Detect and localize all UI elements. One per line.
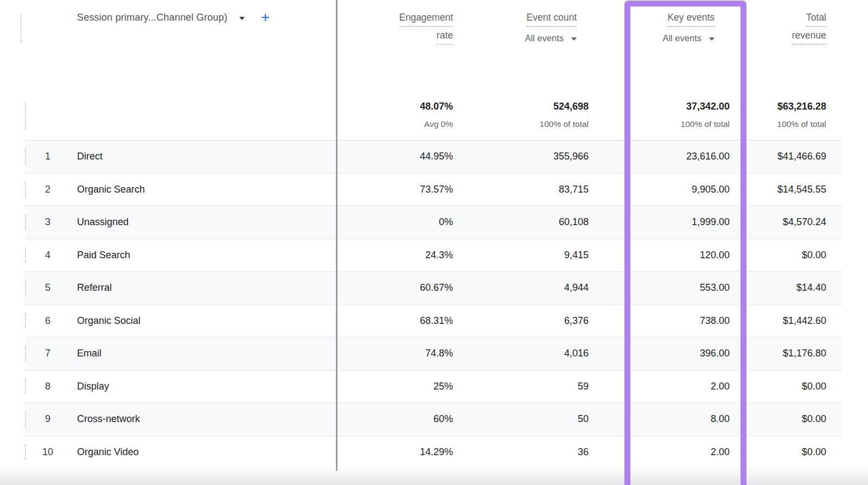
engagement-rate-cell: 25% [433,371,453,403]
event-count-cell: 6,376 [564,305,589,337]
engagement-rate-cell: 60.67% [420,272,453,304]
column-title[interactable]: Key events [667,12,714,27]
totals-engagement-rate: 48.07% Avg 0% [420,101,453,129]
row-index: 1 [25,141,71,173]
engagement-rate-cell: 74.8% [425,337,453,370]
totals-total-revenue: $63,216.28 100% of total [777,101,826,129]
event-count-cell: 36 [578,436,589,469]
pinned-column-divider [336,0,337,471]
engagement-rate-cell: 0% [439,206,453,239]
total-revenue-cell: $1,176.80 [783,337,826,370]
table-row: 8 Display 25% 59 2.00 $0.00 [25,370,842,403]
total-value: 37,342.00 [681,101,730,112]
table-row: 1 Direct 44.95% 355,966 23,616.00 $41,46… [25,140,842,173]
table-row: 7 Email 74.8% 4,016 396.00 $1,176.80 [25,337,842,370]
filter-value[interactable]: All events [525,33,564,43]
caret-down-icon [571,37,577,41]
total-subtext: Avg 0% [420,119,453,129]
total-revenue-cell: $14,545.55 [777,174,826,206]
total-revenue-cell: $41,466.69 [777,141,826,173]
total-revenue-cell: $0.00 [802,436,826,469]
key-events-filter-dropdown[interactable]: All events [662,33,714,43]
total-revenue-cell: $0.00 [802,371,826,403]
column-title[interactable]: rate [437,30,453,44]
table-row: 9 Cross-network 60% 50 8.00 $0.00 [25,403,842,436]
engagement-rate-cell: 14.29% [420,436,453,469]
row-index: 5 [25,272,71,304]
table-row: 2 Organic Search 73.57% 83,715 9,905.00 … [25,173,842,206]
channel-name: Organic Video [77,436,139,469]
row-index: 4 [25,239,71,272]
row-index: 3 [25,206,71,239]
caret-down-icon [709,37,714,41]
event-count-cell: 50 [578,403,589,436]
row-index: 2 [25,174,71,206]
engagement-rate-cell: 44.95% [420,141,453,173]
row-index: 6 [25,305,71,337]
total-revenue-cell: $1,442.60 [783,305,826,337]
engagement-rate-cell: 24.3% [425,239,453,272]
engagement-rate-cell: 60% [433,403,453,436]
channel-name: Direct [77,141,103,173]
table-row: 10 Organic Video 14.29% 36 2.00 $0.00 [25,436,842,469]
total-value: 48.07% [420,101,453,112]
total-subtext: 100% of total [681,119,730,129]
key-events-cell: 23,616.00 [686,141,730,173]
key-events-cell: 2.00 [711,436,730,469]
event-count-filter-dropdown[interactable]: All events [525,33,577,43]
event-count-cell: 60,108 [559,206,589,239]
event-count-cell: 83,715 [559,174,589,206]
key-events-cell: 553.00 [700,272,730,304]
key-events-cell: 396.00 [700,337,730,370]
screenshot-bottom-fade [0,467,868,485]
totals-key-events: 37,342.00 100% of total [681,101,730,129]
event-count-cell: 4,016 [564,337,589,370]
event-count-cell: 4,944 [564,272,589,304]
row-index: 8 [25,371,71,403]
channel-name: Display [77,371,109,403]
cropped-edge-artifact [25,103,26,129]
cropped-edge-artifact [21,14,22,42]
engagement-rate-cell: 73.57% [420,174,453,206]
channel-name: Organic Search [77,174,145,206]
key-events-cell: 120.00 [700,239,730,272]
channel-name: Cross-network [77,403,140,436]
key-events-cell: 1,999.00 [692,206,730,239]
row-index: 9 [25,403,71,436]
channel-name: Paid Search [77,239,130,272]
event-count-cell: 355,966 [553,141,589,173]
total-revenue-cell: $0.00 [802,403,826,436]
total-revenue-cell: $4,570.24 [783,206,826,239]
caret-down-icon[interactable] [239,17,245,20]
total-revenue-cell: $0.00 [802,239,826,272]
engagement-rate-cell: 68.31% [420,305,453,337]
filter-value[interactable]: All events [662,33,701,43]
column-title[interactable]: Total [806,12,826,27]
column-header-engagement-rate[interactable]: Engagement rate [399,12,453,48]
column-header-total-revenue[interactable]: Total revenue [792,12,826,48]
table-body: 1 Direct 44.95% 355,966 23,616.00 $41,46… [25,140,842,468]
key-events-cell: 738.00 [700,305,730,337]
add-dimension-button[interactable]: + [261,12,270,23]
total-subtext: 100% of total [777,119,826,129]
table-row: 3 Unassigned 0% 60,108 1,999.00 $4,570.2… [25,206,842,239]
event-count-cell: 9,415 [564,239,589,272]
channel-name: Organic Social [77,305,141,337]
key-events-cell: 2.00 [711,371,730,403]
dimension-label[interactable]: Session primary...Channel Group) [77,12,227,23]
column-title[interactable]: Engagement [399,12,453,27]
table-row: 5 Referral 60.67% 4,944 553.00 $14.40 [25,271,842,304]
total-value: $63,216.28 [777,101,826,112]
key-events-cell: 8.00 [711,403,730,436]
column-title[interactable]: Event count [527,12,577,27]
row-index: 10 [25,436,71,469]
column-title[interactable]: revenue [792,30,826,44]
event-count-cell: 59 [578,371,589,403]
dimension-header: Session primary...Channel Group) + [77,12,270,23]
column-header-key-events[interactable]: Key events All events [662,12,714,43]
row-index: 7 [25,337,71,370]
total-revenue-cell: $14.40 [796,272,826,304]
table-row: 4 Paid Search 24.3% 9,415 120.00 $0.00 [25,239,842,272]
column-header-event-count[interactable]: Event count All events [525,12,577,43]
channel-name: Unassigned [77,206,129,239]
